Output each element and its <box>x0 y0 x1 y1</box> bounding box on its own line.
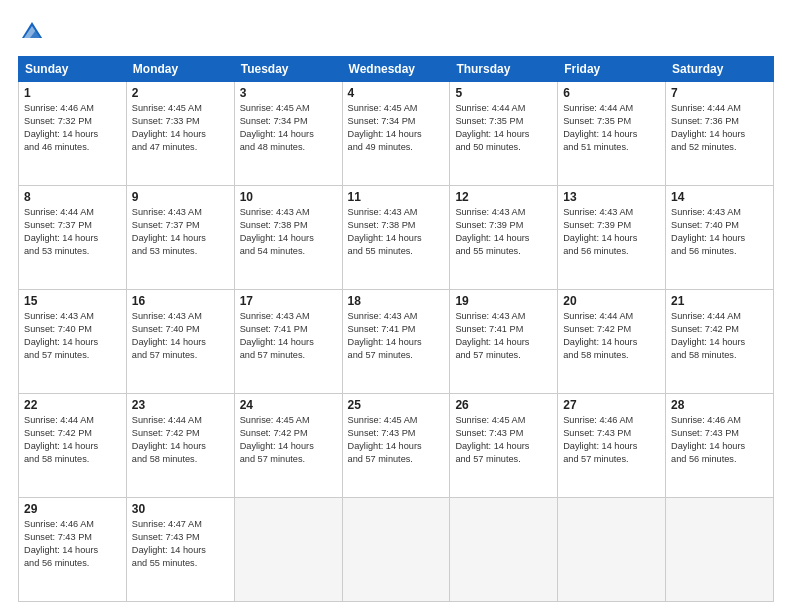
day-number: 26 <box>455 398 552 412</box>
day-info: Sunrise: 4:43 AM Sunset: 7:41 PM Dayligh… <box>240 310 337 362</box>
day-info: Sunrise: 4:43 AM Sunset: 7:40 PM Dayligh… <box>24 310 121 362</box>
day-info: Sunrise: 4:43 AM Sunset: 7:39 PM Dayligh… <box>563 206 660 258</box>
day-number: 29 <box>24 502 121 516</box>
calendar-cell: 2Sunrise: 4:45 AM Sunset: 7:33 PM Daylig… <box>126 82 234 186</box>
calendar-week-row: 15Sunrise: 4:43 AM Sunset: 7:40 PM Dayli… <box>19 290 774 394</box>
calendar-header-tuesday: Tuesday <box>234 57 342 82</box>
day-number: 22 <box>24 398 121 412</box>
day-info: Sunrise: 4:45 AM Sunset: 7:43 PM Dayligh… <box>455 414 552 466</box>
day-info: Sunrise: 4:43 AM Sunset: 7:38 PM Dayligh… <box>348 206 445 258</box>
calendar-cell: 3Sunrise: 4:45 AM Sunset: 7:34 PM Daylig… <box>234 82 342 186</box>
day-number: 15 <box>24 294 121 308</box>
calendar-cell: 12Sunrise: 4:43 AM Sunset: 7:39 PM Dayli… <box>450 186 558 290</box>
day-number: 25 <box>348 398 445 412</box>
day-info: Sunrise: 4:44 AM Sunset: 7:42 PM Dayligh… <box>563 310 660 362</box>
calendar-cell: 14Sunrise: 4:43 AM Sunset: 7:40 PM Dayli… <box>666 186 774 290</box>
day-number: 16 <box>132 294 229 308</box>
day-number: 11 <box>348 190 445 204</box>
day-info: Sunrise: 4:44 AM Sunset: 7:42 PM Dayligh… <box>671 310 768 362</box>
day-number: 19 <box>455 294 552 308</box>
day-info: Sunrise: 4:45 AM Sunset: 7:43 PM Dayligh… <box>348 414 445 466</box>
day-info: Sunrise: 4:46 AM Sunset: 7:43 PM Dayligh… <box>563 414 660 466</box>
logo-icon <box>18 18 46 46</box>
calendar-cell: 4Sunrise: 4:45 AM Sunset: 7:34 PM Daylig… <box>342 82 450 186</box>
day-info: Sunrise: 4:46 AM Sunset: 7:43 PM Dayligh… <box>671 414 768 466</box>
day-info: Sunrise: 4:43 AM Sunset: 7:38 PM Dayligh… <box>240 206 337 258</box>
calendar-week-row: 1Sunrise: 4:46 AM Sunset: 7:32 PM Daylig… <box>19 82 774 186</box>
day-info: Sunrise: 4:43 AM Sunset: 7:40 PM Dayligh… <box>671 206 768 258</box>
calendar-page: SundayMondayTuesdayWednesdayThursdayFrid… <box>0 0 792 612</box>
day-number: 12 <box>455 190 552 204</box>
calendar-header-wednesday: Wednesday <box>342 57 450 82</box>
calendar-cell <box>450 498 558 602</box>
day-number: 7 <box>671 86 768 100</box>
day-number: 6 <box>563 86 660 100</box>
calendar-cell: 1Sunrise: 4:46 AM Sunset: 7:32 PM Daylig… <box>19 82 127 186</box>
calendar-cell: 18Sunrise: 4:43 AM Sunset: 7:41 PM Dayli… <box>342 290 450 394</box>
day-number: 4 <box>348 86 445 100</box>
calendar-header-row: SundayMondayTuesdayWednesdayThursdayFrid… <box>19 57 774 82</box>
day-info: Sunrise: 4:45 AM Sunset: 7:42 PM Dayligh… <box>240 414 337 466</box>
day-info: Sunrise: 4:46 AM Sunset: 7:43 PM Dayligh… <box>24 518 121 570</box>
day-info: Sunrise: 4:43 AM Sunset: 7:37 PM Dayligh… <box>132 206 229 258</box>
day-number: 13 <box>563 190 660 204</box>
calendar-header-saturday: Saturday <box>666 57 774 82</box>
day-number: 10 <box>240 190 337 204</box>
day-info: Sunrise: 4:43 AM Sunset: 7:41 PM Dayligh… <box>348 310 445 362</box>
day-info: Sunrise: 4:43 AM Sunset: 7:41 PM Dayligh… <box>455 310 552 362</box>
calendar-week-row: 22Sunrise: 4:44 AM Sunset: 7:42 PM Dayli… <box>19 394 774 498</box>
day-info: Sunrise: 4:45 AM Sunset: 7:33 PM Dayligh… <box>132 102 229 154</box>
day-number: 20 <box>563 294 660 308</box>
calendar-cell: 20Sunrise: 4:44 AM Sunset: 7:42 PM Dayli… <box>558 290 666 394</box>
day-info: Sunrise: 4:45 AM Sunset: 7:34 PM Dayligh… <box>348 102 445 154</box>
day-info: Sunrise: 4:44 AM Sunset: 7:35 PM Dayligh… <box>563 102 660 154</box>
calendar-cell: 7Sunrise: 4:44 AM Sunset: 7:36 PM Daylig… <box>666 82 774 186</box>
calendar-cell: 8Sunrise: 4:44 AM Sunset: 7:37 PM Daylig… <box>19 186 127 290</box>
calendar-cell: 22Sunrise: 4:44 AM Sunset: 7:42 PM Dayli… <box>19 394 127 498</box>
day-number: 5 <box>455 86 552 100</box>
day-number: 3 <box>240 86 337 100</box>
calendar-week-row: 29Sunrise: 4:46 AM Sunset: 7:43 PM Dayli… <box>19 498 774 602</box>
day-number: 14 <box>671 190 768 204</box>
calendar-header-friday: Friday <box>558 57 666 82</box>
day-info: Sunrise: 4:44 AM Sunset: 7:42 PM Dayligh… <box>132 414 229 466</box>
calendar-cell: 16Sunrise: 4:43 AM Sunset: 7:40 PM Dayli… <box>126 290 234 394</box>
calendar-cell: 6Sunrise: 4:44 AM Sunset: 7:35 PM Daylig… <box>558 82 666 186</box>
day-number: 2 <box>132 86 229 100</box>
calendar-cell <box>234 498 342 602</box>
calendar-cell <box>666 498 774 602</box>
calendar-cell: 19Sunrise: 4:43 AM Sunset: 7:41 PM Dayli… <box>450 290 558 394</box>
day-info: Sunrise: 4:44 AM Sunset: 7:35 PM Dayligh… <box>455 102 552 154</box>
day-number: 28 <box>671 398 768 412</box>
logo <box>18 18 50 46</box>
calendar-cell: 11Sunrise: 4:43 AM Sunset: 7:38 PM Dayli… <box>342 186 450 290</box>
day-info: Sunrise: 4:46 AM Sunset: 7:32 PM Dayligh… <box>24 102 121 154</box>
day-info: Sunrise: 4:43 AM Sunset: 7:40 PM Dayligh… <box>132 310 229 362</box>
calendar-cell <box>558 498 666 602</box>
calendar-cell: 29Sunrise: 4:46 AM Sunset: 7:43 PM Dayli… <box>19 498 127 602</box>
day-number: 18 <box>348 294 445 308</box>
day-number: 24 <box>240 398 337 412</box>
calendar-table: SundayMondayTuesdayWednesdayThursdayFrid… <box>18 56 774 602</box>
day-info: Sunrise: 4:44 AM Sunset: 7:36 PM Dayligh… <box>671 102 768 154</box>
day-number: 9 <box>132 190 229 204</box>
calendar-cell: 13Sunrise: 4:43 AM Sunset: 7:39 PM Dayli… <box>558 186 666 290</box>
calendar-cell: 27Sunrise: 4:46 AM Sunset: 7:43 PM Dayli… <box>558 394 666 498</box>
day-number: 27 <box>563 398 660 412</box>
day-number: 8 <box>24 190 121 204</box>
day-info: Sunrise: 4:47 AM Sunset: 7:43 PM Dayligh… <box>132 518 229 570</box>
calendar-cell: 21Sunrise: 4:44 AM Sunset: 7:42 PM Dayli… <box>666 290 774 394</box>
day-info: Sunrise: 4:45 AM Sunset: 7:34 PM Dayligh… <box>240 102 337 154</box>
calendar-header-monday: Monday <box>126 57 234 82</box>
calendar-cell: 23Sunrise: 4:44 AM Sunset: 7:42 PM Dayli… <box>126 394 234 498</box>
calendar-cell: 28Sunrise: 4:46 AM Sunset: 7:43 PM Dayli… <box>666 394 774 498</box>
calendar-header-thursday: Thursday <box>450 57 558 82</box>
calendar-week-row: 8Sunrise: 4:44 AM Sunset: 7:37 PM Daylig… <box>19 186 774 290</box>
calendar-cell: 24Sunrise: 4:45 AM Sunset: 7:42 PM Dayli… <box>234 394 342 498</box>
day-number: 30 <box>132 502 229 516</box>
calendar-cell <box>342 498 450 602</box>
calendar-cell: 15Sunrise: 4:43 AM Sunset: 7:40 PM Dayli… <box>19 290 127 394</box>
calendar-cell: 25Sunrise: 4:45 AM Sunset: 7:43 PM Dayli… <box>342 394 450 498</box>
calendar-cell: 9Sunrise: 4:43 AM Sunset: 7:37 PM Daylig… <box>126 186 234 290</box>
calendar-cell: 30Sunrise: 4:47 AM Sunset: 7:43 PM Dayli… <box>126 498 234 602</box>
